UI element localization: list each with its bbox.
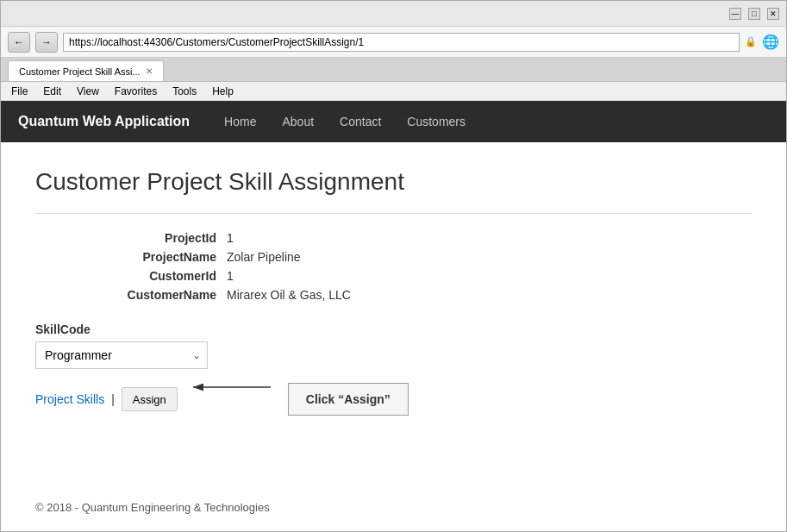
menu-bar: File Edit View Favorites Tools Help (1, 82, 786, 101)
projectname-value: Zolar Pipeline (227, 250, 752, 264)
menu-view[interactable]: View (70, 84, 106, 99)
navbar: Quantum Web Application Home About Conta… (1, 101, 786, 142)
callout-area: Click “Assign” (193, 383, 409, 416)
menu-help[interactable]: Help (205, 84, 240, 99)
page-content: Quantum Web Application Home About Conta… (1, 101, 786, 531)
skill-field-section: SkillCode Programmer Designer Analyst De… (35, 322, 752, 369)
projectid-value: 1 (227, 231, 752, 245)
divider (35, 213, 752, 214)
project-skills-link[interactable]: Project Skills (35, 392, 104, 406)
customerid-label: CustomerId (87, 269, 216, 283)
customername-label: CustomerName (87, 288, 216, 302)
callout-text: Click “Assign” (306, 392, 390, 406)
title-bar: — □ ✕ (1, 1, 786, 27)
tab-close-icon[interactable]: ✕ (146, 66, 153, 76)
active-tab[interactable]: Customer Project Skill Assi... ✕ (8, 60, 164, 81)
url-input[interactable] (63, 33, 740, 52)
main-content: Customer Project Skill Assignment Projec… (1, 142, 786, 484)
callout-box: Click “Assign” (288, 383, 409, 416)
customername-value: Mirarex Oil & Gas, LLC (227, 288, 752, 302)
skill-label: SkillCode (35, 322, 752, 336)
action-row: Project Skills | Assign Click “Ass (35, 383, 752, 416)
tab-bar: Customer Project Skill Assi... ✕ (1, 58, 786, 82)
address-bar: ← → 🔒 🌐 (1, 27, 786, 58)
nav-home[interactable]: Home (224, 115, 256, 128)
browser-window: — □ ✕ ← → 🔒 🌐 Customer Project Skill Ass… (0, 0, 787, 532)
arrow-svg (184, 370, 288, 413)
info-grid: ProjectId 1 ProjectName Zolar Pipeline C… (87, 231, 752, 302)
menu-edit[interactable]: Edit (36, 84, 68, 99)
forward-button[interactable]: → (35, 32, 58, 53)
separator: | (111, 392, 115, 406)
menu-tools[interactable]: Tools (166, 84, 203, 99)
browser-icon: 🔒 (745, 36, 757, 47)
skill-select[interactable]: Programmer Designer Analyst Developer (35, 341, 208, 369)
back-button[interactable]: ← (8, 32, 30, 53)
page-title: Customer Project Skill Assignment (35, 168, 752, 196)
close-button[interactable]: ✕ (767, 8, 779, 20)
minimize-button[interactable]: — (729, 8, 741, 20)
menu-file[interactable]: File (4, 84, 34, 99)
nav-about[interactable]: About (282, 115, 314, 128)
projectname-label: ProjectName (87, 250, 216, 264)
nav-customers[interactable]: Customers (407, 115, 465, 128)
nav-brand: Quantum Web Application (18, 114, 190, 129)
assign-button[interactable]: Assign (122, 387, 178, 411)
footer-text: © 2018 - Quantum Engineering & Technolog… (35, 501, 270, 514)
menu-favorites[interactable]: Favorites (108, 84, 164, 99)
customerid-value: 1 (227, 269, 752, 283)
ie-icon: 🌐 (762, 34, 779, 50)
tab-title: Customer Project Skill Assi... (19, 66, 141, 77)
nav-contact[interactable]: Contact (340, 115, 381, 128)
maximize-button[interactable]: □ (748, 8, 760, 20)
footer: © 2018 - Quantum Engineering & Technolog… (1, 484, 786, 531)
projectid-label: ProjectId (87, 231, 216, 245)
skill-select-wrapper: Programmer Designer Analyst Developer ⌄ (35, 341, 208, 369)
